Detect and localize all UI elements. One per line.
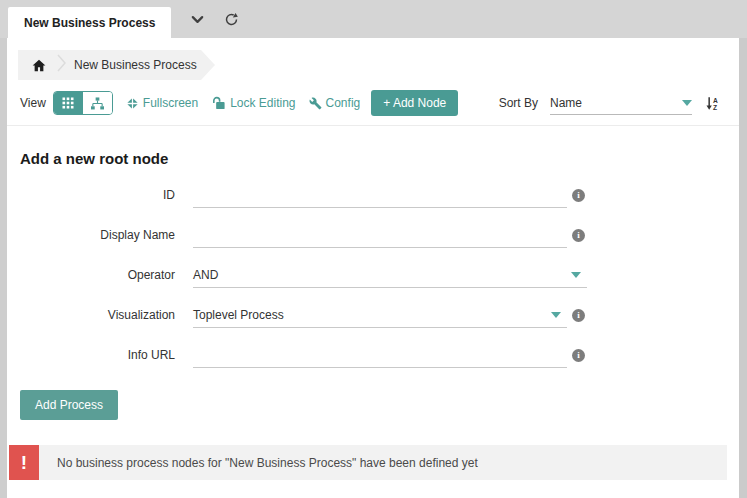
tab-new-business-process[interactable]: New Business Process: [8, 7, 171, 38]
info-icon[interactable]: i: [572, 189, 585, 202]
sort-controls: Sort By Name A Z: [499, 91, 720, 115]
info-url-label: Info URL: [7, 348, 175, 362]
page-title: Add a new root node: [20, 150, 739, 167]
visualization-select-value: Toplevel Process: [193, 308, 284, 322]
display-name-input[interactable]: [193, 222, 567, 247]
form-row-display-name: Display Name i: [7, 215, 739, 255]
wrench-icon: [309, 97, 322, 110]
tab-label: New Business Process: [24, 16, 155, 30]
operator-label: Operator: [7, 268, 175, 282]
view-label: View: [20, 96, 46, 110]
visualization-label: Visualization: [7, 308, 175, 322]
scrollbar-track[interactable]: [739, 38, 747, 498]
add-node-button[interactable]: + Add Node: [371, 90, 458, 116]
grid-icon: [62, 97, 74, 109]
breadcrumb: New Business Process: [18, 50, 215, 80]
tab-bar: New Business Process: [0, 0, 747, 38]
sort-by-label: Sort By: [499, 96, 538, 110]
id-field-wrap: [193, 182, 567, 208]
visualization-select[interactable]: Toplevel Process: [193, 302, 567, 328]
display-name-label: Display Name: [7, 228, 175, 242]
form-row-operator: Operator AND: [7, 255, 739, 295]
info-icon[interactable]: i: [572, 229, 585, 242]
home-icon[interactable]: [31, 58, 47, 73]
lock-editing-button[interactable]: Lock Editing: [211, 96, 295, 110]
warning-icon: !: [9, 445, 39, 480]
id-label: ID: [7, 188, 175, 202]
root-node-form: ID i Display Name i Operator AND: [7, 175, 739, 375]
breadcrumb-separator-icon: [56, 53, 67, 77]
tree-icon: [90, 97, 105, 110]
form-row-visualization: Visualization Toplevel Process i: [7, 295, 739, 335]
breadcrumb-item[interactable]: New Business Process: [74, 58, 197, 72]
fullscreen-label: Fullscreen: [143, 96, 198, 110]
left-gutter: [0, 38, 7, 498]
sort-select[interactable]: Name: [550, 91, 692, 115]
info-url-field-wrap: [193, 342, 567, 368]
view-tiles-button[interactable]: [54, 92, 83, 114]
id-input[interactable]: [193, 182, 567, 207]
operator-select[interactable]: AND: [193, 262, 587, 288]
chevron-down-icon: [571, 272, 581, 278]
info-icon[interactable]: i: [572, 349, 585, 362]
display-name-field-wrap: [193, 222, 567, 248]
svg-text:Z: Z: [713, 103, 717, 110]
fullscreen-icon: [126, 97, 139, 110]
sort-select-value: Name: [550, 96, 682, 110]
unlock-icon: [211, 96, 226, 110]
config-button[interactable]: Config: [309, 96, 361, 110]
info-icon[interactable]: i: [572, 309, 585, 322]
add-process-button[interactable]: Add Process: [20, 390, 118, 420]
form-row-info-url: Info URL i: [7, 335, 739, 375]
sort-direction-icon[interactable]: A Z: [705, 96, 720, 111]
main-content: New Business Process View: [7, 38, 739, 498]
fullscreen-button[interactable]: Fullscreen: [126, 96, 198, 110]
chevron-down-icon[interactable]: [190, 12, 205, 27]
alert-message: No business process nodes for "New Busin…: [39, 456, 478, 470]
svg-text:A: A: [713, 96, 718, 103]
operator-select-value: AND: [193, 268, 218, 282]
toolbar: View: [7, 90, 739, 116]
refresh-icon[interactable]: [224, 12, 239, 27]
app-window: New Business Process New Business Proces…: [0, 0, 747, 498]
lock-editing-label: Lock Editing: [230, 96, 295, 110]
view-toggle-group: [53, 91, 113, 115]
view-tree-button[interactable]: [83, 92, 112, 114]
form-row-id: ID i: [7, 175, 739, 215]
alert-banner: ! No business process nodes for "New Bus…: [9, 445, 727, 480]
info-url-input[interactable]: [193, 342, 567, 367]
chevron-down-icon: [682, 100, 692, 106]
chevron-down-icon: [551, 312, 561, 318]
config-label: Config: [326, 96, 361, 110]
toolbar-divider: [7, 125, 739, 126]
